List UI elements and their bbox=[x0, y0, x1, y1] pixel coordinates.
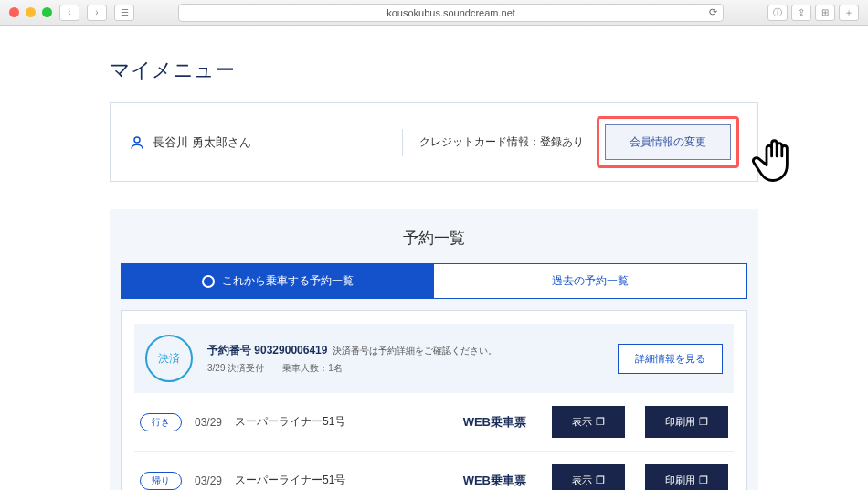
reader-button[interactable]: ⓘ bbox=[767, 5, 788, 21]
change-member-info-button[interactable]: 会員情報の変更 bbox=[605, 124, 731, 160]
external-icon: ❐ bbox=[699, 474, 708, 486]
tab-past[interactable]: 過去の予約一覧 bbox=[434, 264, 746, 298]
print-ticket-button[interactable]: 印刷用❐ bbox=[645, 406, 728, 438]
trip-name: スーパーライナー51号 bbox=[235, 414, 345, 430]
sidebar-button[interactable]: ☰ bbox=[114, 5, 134, 21]
back-button[interactable]: ‹ bbox=[59, 5, 79, 21]
new-tab-button[interactable]: ＋ bbox=[839, 5, 859, 21]
show-ticket-button[interactable]: 表示❐ bbox=[552, 406, 625, 438]
print-ticket-button[interactable]: 印刷用❐ bbox=[645, 464, 728, 490]
user-info-box: 長谷川 勇太郎さん クレジットカード情報：登録あり 会員情報の変更 bbox=[110, 102, 758, 182]
close-window-icon[interactable] bbox=[9, 7, 19, 17]
highlight-box: 会員情報の変更 bbox=[597, 116, 739, 168]
direction-badge: 行き bbox=[140, 413, 182, 431]
status-badge: 決済 bbox=[145, 335, 193, 382]
address-bar[interactable]: kousokubus.soundcream.net ⟳ bbox=[178, 4, 724, 22]
reload-icon[interactable]: ⟳ bbox=[709, 6, 717, 18]
reservation-card: 決済 予約番号 903290006419決済番号は予約詳細をご確認ください。 3… bbox=[121, 310, 747, 490]
tabs: これから乗車する予約一覧 過去の予約一覧 bbox=[121, 263, 747, 299]
page-title: マイメニュー bbox=[110, 57, 758, 84]
reservation-note: 決済番号は予約詳細をご確認ください。 bbox=[333, 346, 497, 356]
ticket-label: WEB乗車票 bbox=[463, 414, 526, 431]
direction-badge: 帰り bbox=[140, 472, 182, 490]
trip-row-outbound: 行き 03/29 スーパーライナー51号 WEB乗車票 表示❐ 印刷用❐ bbox=[134, 393, 734, 452]
trip-row-return: 帰り 03/29 スーパーライナー51号 WEB乗車票 表示❐ 印刷用❐ bbox=[134, 452, 734, 490]
credit-card-status: クレジットカード情報：登録あり bbox=[419, 134, 584, 150]
svg-point-0 bbox=[134, 137, 140, 143]
share-button[interactable]: ⇪ bbox=[791, 5, 811, 21]
reservation-section: 予約一覧 これから乗車する予約一覧 過去の予約一覧 決済 予約番号 903290… bbox=[110, 209, 758, 490]
user-icon bbox=[129, 134, 145, 151]
url-text: kousokubus.soundcream.net bbox=[386, 7, 515, 18]
trip-name: スーパーライナー51号 bbox=[235, 473, 345, 488]
reservation-header: 決済 予約番号 903290006419決済番号は予約詳細をご確認ください。 3… bbox=[134, 324, 734, 393]
view-details-button[interactable]: 詳細情報を見る bbox=[618, 344, 723, 374]
trip-date: 03/29 bbox=[195, 416, 222, 429]
external-icon: ❐ bbox=[699, 416, 708, 428]
forward-button[interactable]: › bbox=[87, 5, 107, 21]
tab-upcoming-label: これから乗車する予約一覧 bbox=[222, 273, 354, 289]
section-title: 予約一覧 bbox=[121, 228, 747, 249]
divider bbox=[402, 129, 403, 156]
trip-date: 03/29 bbox=[195, 474, 222, 487]
reservation-sub: 3/29 決済受付 乗車人数：1名 bbox=[207, 362, 497, 375]
show-ticket-button[interactable]: 表示❐ bbox=[552, 464, 625, 490]
external-icon: ❐ bbox=[596, 474, 605, 486]
reservation-number: 予約番号 903290006419 bbox=[207, 344, 327, 357]
tab-upcoming[interactable]: これから乗車する予約一覧 bbox=[122, 264, 434, 298]
browser-toolbar: ‹ › ☰ kousokubus.soundcream.net ⟳ ⓘ ⇪ ⊞ … bbox=[0, 0, 868, 26]
minimize-window-icon[interactable] bbox=[26, 7, 36, 17]
maximize-window-icon[interactable] bbox=[42, 7, 52, 17]
tabs-button[interactable]: ⊞ bbox=[815, 5, 835, 21]
ticket-label: WEB乗車票 bbox=[463, 473, 526, 489]
external-icon: ❐ bbox=[596, 416, 605, 428]
user-name: 長谷川 勇太郎さん bbox=[153, 134, 251, 151]
window-controls[interactable] bbox=[9, 7, 52, 17]
